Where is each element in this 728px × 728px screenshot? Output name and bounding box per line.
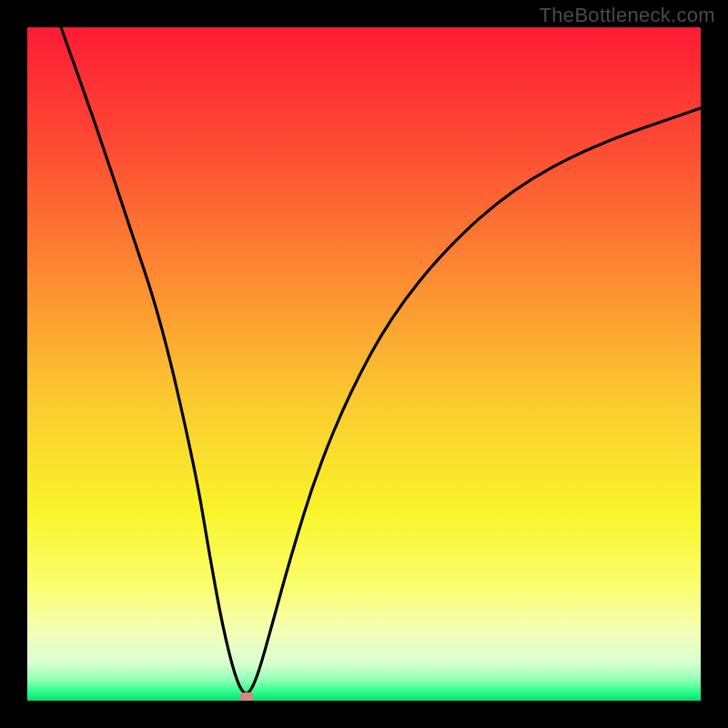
chart-frame: TheBottleneck.com <box>0 0 728 728</box>
watermark-text: TheBottleneck.com <box>540 4 715 27</box>
plot-area <box>27 27 701 701</box>
optimal-point-marker <box>239 693 254 701</box>
bottleneck-curve <box>27 27 701 701</box>
